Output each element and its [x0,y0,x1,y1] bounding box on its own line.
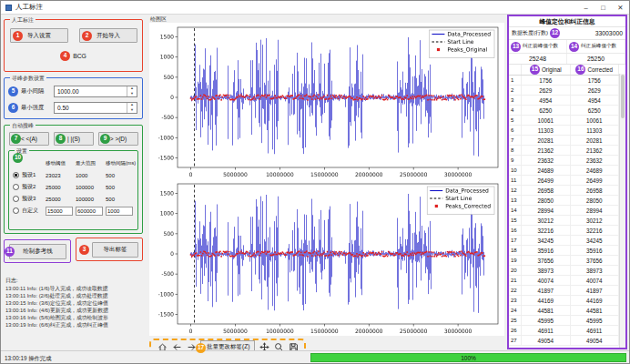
annotation-badge-17: 17 [196,343,206,353]
row-index: 19 [509,256,522,265]
table-row[interactable]: 19 37656 37656 [509,256,619,266]
draw-reference-button[interactable]: 绘制参考线 [9,244,66,259]
row-index: 14 [509,206,522,215]
min-strength-label: 最小强度 [21,104,51,112]
step-forward-button[interactable]: 9 > >(D) [98,132,138,146]
table-row[interactable]: 5 10061 10061 [509,116,619,126]
row-index: 27 [509,336,522,345]
spin-down-icon[interactable]: ▼ [127,107,137,113]
chart-peaks-corrected[interactable] [149,179,504,336]
annotation-badge-8: 8 [56,134,66,144]
table-row[interactable]: 27 49054 49054 [509,336,619,346]
table-row[interactable]: 16 32216 32216 [509,226,619,236]
preset-max-range-value: 600000 [76,207,103,216]
corrected-value: 23632 [571,156,620,165]
table-row[interactable]: 14 28994 28994 [509,206,619,216]
table-row[interactable]: 20 38973 38973 [509,266,619,276]
table-row[interactable]: 7 20281 20281 [509,136,619,146]
row-index: 9 [509,156,522,165]
spin-down-icon[interactable]: ▼ [127,91,137,96]
export-labels-button[interactable]: 导出标签 [92,242,138,258]
maximize-button[interactable]: □ [594,1,612,14]
table-row[interactable]: 24 44581 44581 [509,306,619,316]
preset-row[interactable]: 预设3 25000 100000 500 [13,193,136,205]
original-value: 4954 [522,96,571,105]
log-title: 日志: [5,277,18,285]
preset-radio[interactable] [13,172,19,178]
row-index: 15 [509,216,522,225]
table-row[interactable]: 9 23632 23632 [509,156,619,166]
row-index: 25 [509,316,522,325]
original-value: 34245 [522,236,571,245]
row-index: 3 [509,96,522,105]
figure [149,23,504,336]
manual-annotation-group: 人工标注 1 导入设置 2 开始导入 4 BCG [4,19,143,72]
before-count-value: 25248 [509,54,567,64]
table-row[interactable]: 12 26958 26958 [509,186,619,196]
export-labels-label: 导出标签 [104,246,127,254]
table-row[interactable]: 13 28050 28050 [509,196,619,206]
import-settings-label: 导入设置 [27,32,51,40]
pause-label: | |(S) [67,136,80,142]
table-row[interactable]: 6 11303 11303 [509,126,619,136]
preset-row[interactable]: 预设1 23023 1000 500 [13,169,136,181]
chart-peaks-original[interactable] [149,23,504,179]
preset-threshold-value: 15000 [46,207,73,216]
minimize-button[interactable]: – [577,1,594,14]
table-row[interactable]: 21 40074 40074 [509,276,619,286]
log-line: 13:00:11 Info: (2/6)处理完成，成功处理数据 [5,292,146,299]
peak-count-values: 25248 25250 [509,54,625,65]
original-value: 6250 [522,106,571,115]
preset-radio[interactable] [13,207,19,214]
table-row[interactable]: 1 1756 1756 [509,76,619,86]
table-row[interactable]: 23 44169 44169 [509,296,619,306]
step-backward-button[interactable]: 7 < <(A) [9,132,49,146]
pause-button[interactable]: 8 | |(S) [54,132,94,146]
preset-radio[interactable] [13,196,19,202]
row-index: 21 [509,276,522,285]
table-row[interactable]: 26 46911 46911 [509,326,619,336]
log-lines: 13:00:11 Info: (1/6)导入完成，成功读取数据 13:00:11… [5,285,146,329]
preset-max-range-value: 100000 [76,197,106,202]
preset-radio[interactable] [13,184,19,190]
min-strength-value[interactable]: 0.50 [55,103,127,113]
table-row[interactable]: 8 21362 21362 [509,146,619,156]
preset-interval-value: 500 [106,173,136,178]
draw-reference-group: 11 绘制参考线 [4,239,71,263]
table-row[interactable]: 3 4954 4954 [509,96,619,106]
peak-table-header: 15 Original 16 Corrected [509,65,619,76]
table-row[interactable]: 18 35916 35916 [509,246,619,256]
table-row[interactable]: 22 41897 41897 [509,286,619,296]
corrected-value: 20281 [571,136,620,145]
corrected-value: 30212 [571,216,620,225]
import-settings-button[interactable]: 1 导入设置 [10,28,68,43]
min-interval-spinbox[interactable]: 1000.00 ▲▼ [54,86,137,97]
min-interval-value[interactable]: 1000.00 [55,86,127,96]
annotation-badge-11: 11 [5,247,15,257]
auto-peak-settings-group: 设置 10 移动阈值 最大范围 移动间隔(ms) 预设1 23023 1000 [8,150,138,230]
table-row[interactable]: 25 45995 45995 [509,316,619,326]
preset-row[interactable]: 预设2 25000 100000 500 [13,181,136,193]
table-row[interactable]: 4 6250 6250 [509,106,619,116]
status-bar: 13:00:19 操作完成 100% [1,350,629,363]
table-row[interactable]: 17 34245 34245 [509,236,619,246]
table-row[interactable]: 2 2629 2629 [509,86,619,96]
table-row[interactable]: 11 26499 26499 [509,176,619,186]
start-import-button[interactable]: 2 开始导入 [79,28,137,43]
row-index: 11 [509,176,522,185]
preset-interval-value: 500 [106,197,136,202]
original-value: 10061 [522,116,571,125]
window-controls: – □ ✕ [577,1,629,14]
log-line: 13:00:19 Info: (6/6)纠正完成，成功纠正峰值 [5,321,146,329]
table-row[interactable]: 10 24689 24689 [509,166,619,176]
min-strength-spinbox[interactable]: 0.50 ▲▼ [54,102,137,114]
row-index: 8 [509,146,522,155]
signal-type-row: 4 BCG [5,51,142,61]
row-index: 13 [509,196,522,205]
scrollbar-thumb[interactable] [621,75,625,118]
table-scrollbar[interactable] [619,74,625,348]
corrected-value: 10061 [571,116,620,125]
table-row[interactable]: 15 30212 30212 [509,216,619,226]
close-button[interactable]: ✕ [612,1,629,14]
preset-row[interactable]: 自定义 15000 600000 1000 [13,205,136,217]
